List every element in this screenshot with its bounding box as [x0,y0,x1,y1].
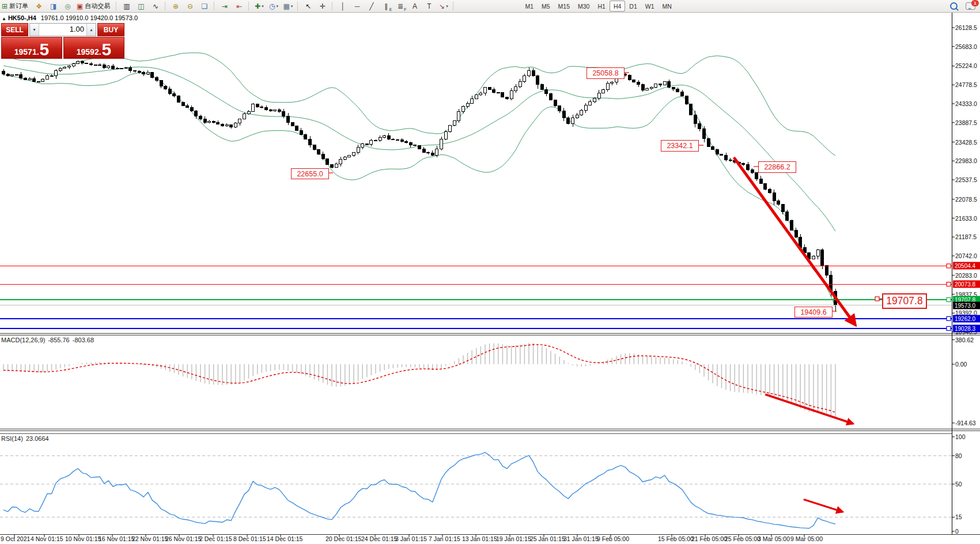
buy-price-button[interactable]: 19592.5 [63,37,124,59]
price-tag: 19573.0 [953,301,980,309]
volume-input[interactable]: 1.00 [39,24,86,36]
time-axis-label: 16 Nov 01:15 [99,535,134,542]
rsi-name: RSI(14) [1,435,23,442]
auto-trading-icon: ▣ [77,3,83,10]
auto-scroll-icon[interactable]: ⇥ [218,1,231,12]
timeframe-m30[interactable]: M30 [574,1,593,12]
price-axis-label: 21187.5 [955,233,977,240]
toolbar-separator [116,2,117,10]
chat-icon[interactable]: 1 [966,2,975,10]
trend-line-icon: ╱ [369,3,373,10]
text-icon[interactable]: A [408,1,421,12]
periods-clock-icon[interactable]: ◷▾ [267,1,280,12]
toolbar-separator [248,2,249,10]
timeframe-w1[interactable]: W1 [641,1,659,12]
periods-clock-dropdown-icon[interactable]: ▾ [276,4,278,9]
new-order-icon: ⊞ [2,3,7,10]
timeframe-group: M1M5M15M30H1H4D1W1MN [521,1,675,12]
zoom-in-icon[interactable]: ⊕ [169,1,182,12]
price-axis-label: 25224.0 [955,62,977,69]
vertical-line-icon[interactable]: │ [336,1,349,12]
sell-price-button[interactable]: 19571.5 [1,37,62,59]
indicators-icon[interactable]: ✚▾ [252,1,266,12]
price-annotation: 25058.8 [587,67,625,79]
timeframe-h4[interactable]: H4 [610,1,625,12]
vertical-line-icon: │ [340,3,345,10]
horizontal-line-icon[interactable]: ─ [350,1,364,12]
rsi-axis-label: 15 [955,513,962,520]
auto-trading-button[interactable]: ▣自动交易 [75,1,113,12]
alerts-icon: ◎ [65,3,70,10]
price-axis-label: 24333.0 [955,100,977,107]
chart-canvas[interactable] [0,0,980,544]
rsi-axis-label: 100 [955,433,966,440]
time-axis-label: 8 Dec 01:15 [233,535,266,542]
equidistant-channel-letter: E [389,7,392,12]
tile-windows-icon: ❏ [202,3,208,10]
text-label-icon[interactable]: T [422,1,436,12]
accounts-icon[interactable]: ◨ [47,1,60,12]
sell-button[interactable]: SELL [1,23,28,36]
templates-icon[interactable]: ▦▾ [281,1,294,12]
sell-price-fraction: 5 [40,42,50,57]
accounts-icon: ◨ [50,3,56,10]
timeframe-m15[interactable]: M15 [554,1,574,12]
time-axis-label: 25 Feb 05:00 [725,535,760,542]
macd-main-value: -855.76 [48,337,69,343]
fibonacci-icon: ≣ [398,3,403,10]
new-order-button[interactable]: ⊞新订单 [1,1,31,12]
time-axis-label: 3 Jan 01:15 [395,535,427,542]
timeframe-d1[interactable]: D1 [625,1,641,12]
time-axis-label: 20 Dec 01:15 [326,535,361,542]
new-order-label: 新订单 [7,2,30,10]
templates-dropdown-icon[interactable]: ▾ [291,4,293,9]
price-tag: 20504.4 [953,262,980,270]
volume-up-button[interactable]: ▲ [86,24,96,36]
crosshair-icon: ✛ [320,3,326,10]
rsi-axis-label: 50 [955,481,962,488]
line-chart-icon[interactable]: ∿ [149,1,162,12]
fibonacci-icon[interactable]: ≣F [393,1,407,12]
price-tag: 19262.0 [953,315,980,322]
macd-axis-label: -914.63 [955,420,976,426]
tile-windows-icon[interactable]: ❏ [198,1,211,12]
timeframe-m1[interactable]: M1 [521,1,538,12]
cursor-icon[interactable]: ↖ [301,1,315,12]
line-chart-icon: ∿ [153,3,158,10]
price-axis-label: 23887.5 [955,119,977,126]
text-icon: A [413,3,417,10]
arrow-objects-dropdown-icon[interactable]: ▾ [446,4,448,9]
bar-chart-icon[interactable]: ▥ [120,1,133,12]
rsi-label: RSI(14)23.0664 [1,435,52,442]
bar-chart-icon: ▥ [123,3,130,10]
timeframe-m5[interactable]: M5 [538,1,554,12]
timeframe-mn[interactable]: MN [659,1,676,12]
chart-shift-icon: ⇤ [236,3,242,10]
price-tag: 19028.3 [953,324,980,332]
trend-line-icon[interactable]: ╱ [365,1,378,12]
toolbar-separator [165,2,166,10]
buy-button[interactable]: BUY [97,23,124,36]
volume-down-button[interactable]: ▼ [30,24,39,36]
search-icon[interactable] [950,2,958,10]
chart-shift-icon[interactable]: ⇤ [232,1,245,12]
time-axis-label: 7 Jan 01:15 [429,535,460,542]
candlestick-chart-icon[interactable]: ◫ [134,1,147,12]
arrow-objects-icon[interactable]: ↘▾ [437,1,450,12]
crosshair-icon[interactable]: ✛ [316,1,329,12]
history-layers-icon[interactable]: ❖ [32,1,46,12]
macd-name: MACD(12,26,9) [1,337,45,343]
notification-badge: 1 [971,0,979,6]
zoom-out-icon[interactable]: ⊖ [183,1,196,12]
indicators-dropdown-icon[interactable]: ▾ [262,4,264,9]
alerts-icon[interactable]: ◎ [61,1,74,12]
toolbar-separator [453,2,454,10]
history-layers-icon: ❖ [36,3,42,10]
buy-price: 19592. [77,47,101,57]
time-axis-label: 4 Nov 01:15 [31,535,63,542]
time-axis-label: 9 Oct 2021 [1,535,30,542]
macd-label: MACD(12,26,9)-855.76-803.68 [1,337,97,343]
equidistant-channel-icon[interactable]: ∥E [379,1,392,12]
price-axis-label: 20742.0 [955,252,977,259]
timeframe-h1[interactable]: H1 [593,1,609,12]
